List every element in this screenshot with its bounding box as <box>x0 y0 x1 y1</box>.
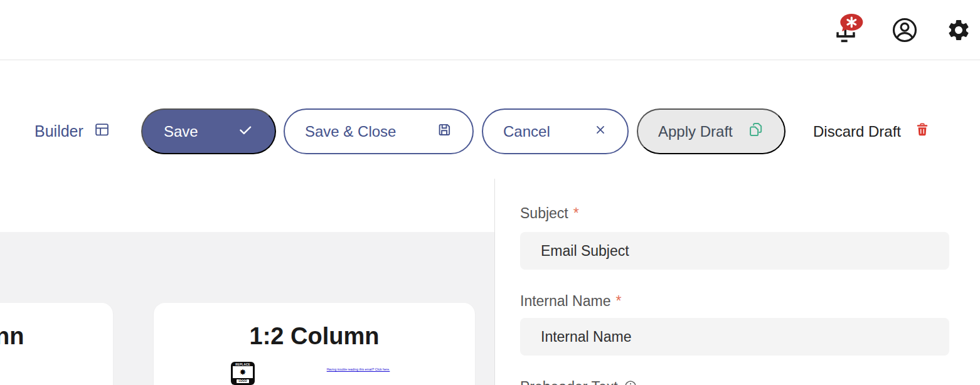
builder-layout-icon <box>94 122 110 141</box>
account-icon[interactable] <box>892 17 918 43</box>
save-and-close-label: Save & Close <box>305 123 396 140</box>
top-header-bar <box>0 0 980 60</box>
template-gallery-background: nn 1:2 Column REPLACE ✸ LOGO Having trou… <box>0 232 494 385</box>
internal-name-label: Internal Name * <box>520 293 621 310</box>
save-and-close-button[interactable]: Save & Close <box>284 108 474 154</box>
announcements-icon[interactable] <box>833 14 863 46</box>
save-button-label: Save <box>164 123 198 140</box>
close-x-icon <box>594 123 607 140</box>
discard-draft-label: Discard Draft <box>813 123 901 140</box>
email-settings-panel: Subject * Internal Name * Preheader Text <box>494 179 980 385</box>
preheader-text-label: Preheader Text <box>520 378 637 385</box>
discard-draft-button[interactable]: Discard Draft <box>813 108 930 154</box>
template-card-title-fragment: nn <box>0 324 24 350</box>
cancel-button[interactable]: Cancel <box>482 108 629 154</box>
cancel-button-label: Cancel <box>503 123 550 140</box>
save-floppy-icon <box>436 122 452 142</box>
template-card-1-2-column[interactable]: 1:2 Column REPLACE ✸ LOGO Having trouble… <box>154 303 475 385</box>
save-button[interactable]: Save <box>141 108 276 154</box>
settings-gear-icon[interactable] <box>946 18 971 43</box>
template-card-title: 1:2 Column <box>154 324 475 350</box>
subject-label: Subject * <box>520 205 579 222</box>
page: Builder Save Save & Close <box>0 0 980 385</box>
builder-link-label: Builder <box>35 122 83 140</box>
builder-link[interactable]: Builder <box>35 108 110 154</box>
replace-logo-placeholder: REPLACE ✸ LOGO <box>231 362 255 385</box>
apply-draft-button[interactable]: Apply Draft <box>637 108 786 154</box>
template-card-partial[interactable]: nn <box>0 303 113 385</box>
internal-name-input[interactable] <box>520 318 949 356</box>
subject-input[interactable] <box>520 232 949 270</box>
trash-icon <box>915 122 930 141</box>
replace-logo-bottom-label: LOGO <box>236 379 249 384</box>
header-icon-group <box>833 0 971 60</box>
apply-draft-label: Apply Draft <box>658 123 733 140</box>
required-asterisk: * <box>615 293 621 310</box>
check-icon <box>237 122 253 142</box>
info-icon[interactable] <box>624 379 637 385</box>
email-preview-browser-link: Having trouble reading this email? Click… <box>327 367 390 371</box>
required-asterisk: * <box>573 205 579 222</box>
replace-logo-starburst: ✸ <box>233 366 253 378</box>
copy-pages-icon <box>747 121 764 142</box>
action-toolbar: Builder Save Save & Close <box>0 60 980 179</box>
builder-canvas-pane: nn 1:2 Column REPLACE ✸ LOGO Having trou… <box>0 179 494 385</box>
